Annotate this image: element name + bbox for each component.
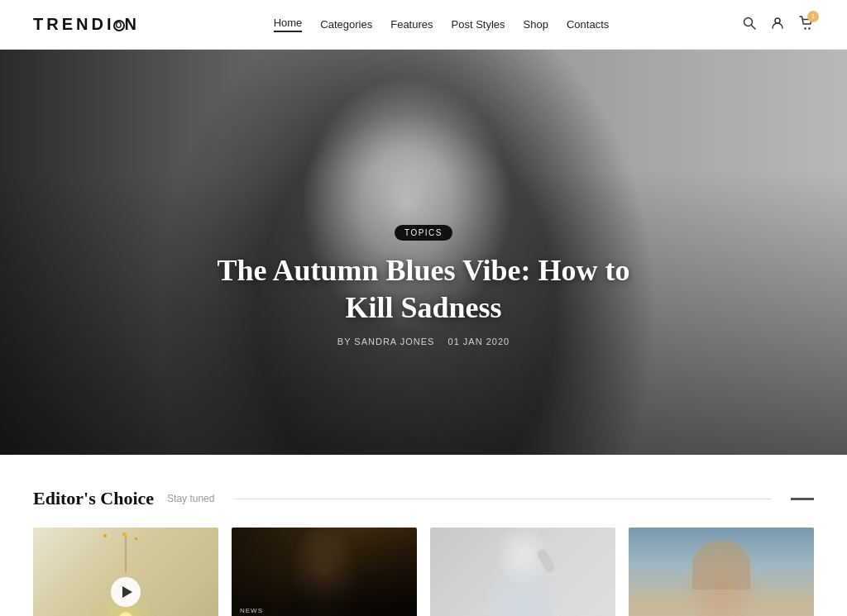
cards-grid: NEWS Trending Photos on the Internet thi…	[33, 528, 814, 616]
card-2[interactable]: NEWS The Best Clothing Brand Commercial	[232, 528, 417, 616]
svg-point-3	[804, 27, 806, 29]
nav-contacts[interactable]: Contacts	[567, 18, 609, 31]
hero-tag[interactable]: TOPICS	[395, 225, 452, 241]
nav-home[interactable]: Home	[274, 17, 303, 32]
play-button[interactable]	[111, 577, 141, 607]
editors-choice-section: Editor's Choice Stay tuned	[0, 455, 847, 616]
card-1-image	[33, 528, 218, 616]
nav-shop[interactable]: Shop	[524, 18, 548, 31]
card-2-image: NEWS The Best Clothing Brand Commercial	[232, 528, 417, 616]
main-nav: Home Categories Features Post Styles Sho…	[274, 17, 610, 32]
card-3[interactable]: NEWS New Advertisement Agencies in Europ…	[430, 528, 615, 616]
card-4-image	[629, 528, 814, 616]
hero-section: TOPICS The Autumn Blues Vibe: How to Kil…	[0, 50, 847, 455]
card-2-overlay-tag: NEWS	[240, 607, 409, 614]
hero-date: 01 JAN 2020	[448, 337, 510, 346]
card-3-image	[430, 528, 615, 616]
nav-categories[interactable]: Categories	[320, 18, 372, 31]
user-icon[interactable]	[771, 17, 784, 33]
svg-point-4	[808, 27, 810, 29]
card-4[interactable]: NEWS Simple Rules of Happy and Healthy L…	[629, 528, 814, 616]
hero-title: The Autumn Blues Vibe: How to Kill Sadne…	[208, 252, 639, 327]
hero-content: TOPICS The Autumn Blues Vibe: How to Kil…	[175, 224, 672, 346]
cart-badge: 1	[807, 11, 819, 22]
logo-o: O	[113, 20, 125, 31]
svg-point-2	[775, 18, 780, 23]
search-icon[interactable]	[743, 17, 756, 33]
nav-features[interactable]: Features	[390, 18, 433, 31]
svg-line-1	[752, 25, 756, 29]
editors-title: Editor's Choice	[33, 488, 154, 509]
hero-meta: BY SANDRA JONES 01 JAN 2020	[208, 337, 639, 346]
editors-dash	[791, 498, 814, 500]
play-icon	[122, 586, 132, 598]
header-icons: 1	[743, 16, 814, 34]
card-2-overlay: NEWS The Best Clothing Brand Commercial	[232, 528, 417, 616]
cart-icon[interactable]: 1	[799, 16, 814, 34]
nav-post-styles[interactable]: Post Styles	[452, 18, 505, 31]
editors-subtitle: Stay tuned	[167, 493, 214, 504]
card-1[interactable]: NEWS Trending Photos on the Internet thi…	[33, 528, 218, 616]
editors-header: Editor's Choice Stay tuned	[33, 488, 814, 509]
site-logo[interactable]: TRENDION	[33, 15, 140, 34]
hero-author: BY SANDRA JONES	[337, 337, 435, 346]
site-header: TRENDION Home Categories Features Post S…	[0, 0, 847, 50]
editors-divider	[234, 499, 771, 499]
